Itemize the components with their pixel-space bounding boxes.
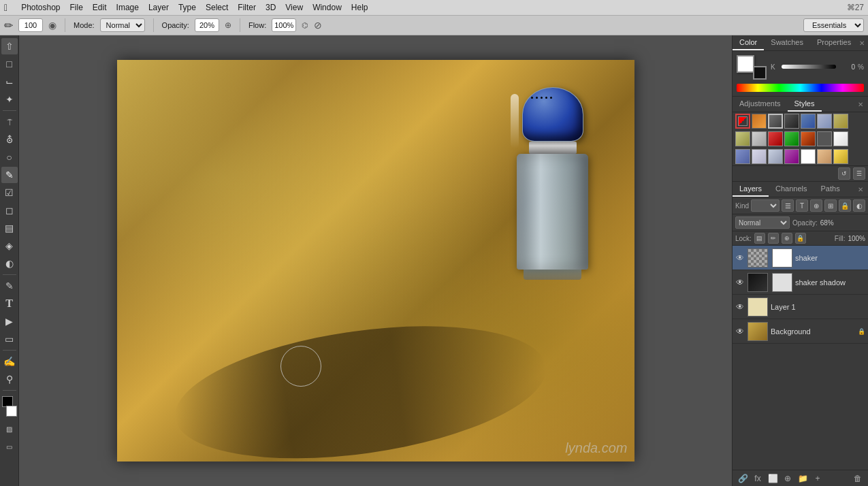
eye-shaker-shadow[interactable]: 👁	[735, 278, 745, 287]
flow-input[interactable]	[272, 18, 296, 32]
menu-image[interactable]: Image	[116, 3, 139, 12]
layers-panel-close[interactable]: ✕	[856, 184, 865, 194]
blend-mode-select[interactable]: Normal	[735, 216, 790, 229]
menu-filter[interactable]: Filter	[238, 3, 256, 12]
style-white[interactable]	[833, 131, 848, 146]
type-tool[interactable]: T	[1, 295, 18, 312]
clone-tool[interactable]: ☑	[1, 184, 18, 201]
filter-pixel-btn[interactable]: ☰	[782, 199, 794, 212]
style-steel[interactable]	[768, 149, 783, 164]
eye-background[interactable]: 👁	[735, 327, 745, 336]
hand-tool[interactable]: ✍	[1, 353, 18, 370]
tab-properties[interactable]: Properties	[810, 35, 858, 50]
style-silver[interactable]	[817, 114, 832, 129]
new-layer-btn[interactable]: +	[811, 472, 824, 485]
style-blue[interactable]	[801, 114, 816, 129]
dodge-tool[interactable]: ◐	[1, 255, 18, 272]
eyedropper-tool[interactable]: ⛢	[1, 131, 18, 148]
layer-item-layer1[interactable]: 👁 Layer 1	[733, 295, 868, 319]
k-slider[interactable]	[782, 65, 836, 69]
menu-help[interactable]: Help	[351, 3, 368, 12]
add-style-btn[interactable]: fx	[752, 472, 764, 485]
zoom-tool[interactable]: ⚲	[1, 371, 18, 387]
layer-item-shaker[interactable]: 👁 shaker	[733, 246, 868, 270]
filter-adj-btn[interactable]: T	[796, 199, 808, 212]
menu-photoshop[interactable]: Photoshop	[21, 3, 60, 12]
add-mask-btn[interactable]: ⬜	[767, 472, 779, 485]
color-swatches-toolbar[interactable]	[1, 396, 18, 417]
brush-tool[interactable]: ✎	[1, 167, 18, 183]
gradient-tool[interactable]: ▤	[1, 220, 18, 236]
fg-bg-boxes[interactable]	[737, 55, 767, 80]
style-light-blue[interactable]	[752, 149, 767, 164]
style-yellow2[interactable]	[833, 149, 848, 164]
style-metal1[interactable]	[752, 114, 767, 129]
menu-file[interactable]: File	[70, 3, 83, 12]
filter-smart-btn[interactable]: ⊞	[824, 199, 837, 212]
layer-item-background[interactable]: 👁 Background 🔒	[733, 319, 868, 344]
new-fill-adj-btn[interactable]: ⊕	[782, 472, 794, 485]
style-neutral[interactable]	[817, 131, 832, 146]
delete-layer-btn[interactable]: 🗑	[852, 472, 864, 485]
crop-tool[interactable]: ⍑	[1, 114, 18, 130]
mode-select[interactable]: Normal	[100, 18, 145, 32]
quick-mask-btn[interactable]: ▨	[1, 421, 18, 437]
style-lavender[interactable]	[735, 149, 750, 164]
filter-toggle-btn[interactable]: ◐	[853, 199, 865, 212]
filter-type-btn[interactable]: ⊕	[810, 199, 822, 212]
path-select-tool[interactable]: ▶	[1, 313, 18, 329]
workspace-select[interactable]: Essentials	[803, 18, 864, 32]
style-dark[interactable]	[784, 114, 799, 129]
style-gold[interactable]	[833, 114, 848, 129]
new-group-btn[interactable]: 📁	[797, 472, 809, 485]
tab-channels[interactable]: Channels	[769, 182, 814, 197]
style-red[interactable]	[768, 131, 783, 146]
tab-styles[interactable]: Styles	[788, 97, 822, 112]
menu-layer[interactable]: Layer	[148, 3, 169, 12]
apple-menu[interactable]: 	[4, 2, 7, 13]
lock-position-btn[interactable]: ⊕	[782, 233, 792, 244]
layer-filter-select[interactable]	[751, 199, 779, 212]
style-gray[interactable]	[752, 131, 767, 146]
style-purple[interactable]	[784, 149, 799, 164]
style-orange[interactable]	[801, 131, 816, 146]
menu-type[interactable]: Type	[178, 3, 196, 12]
style-white2[interactable]	[801, 149, 816, 164]
lock-transparent-btn[interactable]: ▤	[754, 233, 765, 244]
tab-paths[interactable]: Paths	[814, 182, 847, 197]
brush-size-input[interactable]	[18, 18, 43, 32]
styles-menu-btn[interactable]: ☰	[853, 167, 865, 180]
color-spectrum-bar[interactable]	[737, 84, 864, 92]
eraser-tool[interactable]: ◻	[1, 202, 18, 218]
magic-wand-tool[interactable]: ✦	[1, 91, 18, 108]
marquee-tool[interactable]: □	[1, 56, 18, 72]
eye-layer1[interactable]: 👁	[735, 302, 745, 312]
tab-swatches[interactable]: Swatches	[764, 35, 810, 50]
filter-color-btn[interactable]: 🔒	[839, 199, 851, 212]
bg-color-box[interactable]	[753, 66, 767, 80]
lock-all-btn[interactable]: 🔒	[795, 233, 806, 244]
blur-tool[interactable]: ◈	[1, 238, 18, 254]
background-color[interactable]	[6, 406, 17, 417]
style-tan[interactable]	[817, 149, 832, 164]
styles-refresh-btn[interactable]: ↺	[838, 167, 850, 180]
layer-item-shaker-shadow[interactable]: 👁 shaker shadow	[733, 270, 868, 295]
tab-adjustments[interactable]: Adjustments	[733, 97, 788, 112]
style-yellow[interactable]	[735, 131, 750, 146]
opacity-input[interactable]	[195, 18, 219, 32]
tab-layers[interactable]: Layers	[733, 182, 769, 197]
lock-pixels-btn[interactable]: ✏	[768, 233, 779, 244]
shape-tool[interactable]: ▭	[1, 331, 18, 347]
menu-edit[interactable]: Edit	[93, 3, 107, 12]
healing-tool[interactable]: ○	[1, 149, 18, 165]
screen-mode-btn[interactable]: ▭	[1, 438, 18, 455]
style-green[interactable]	[784, 131, 799, 146]
style-none[interactable]	[735, 114, 750, 129]
lasso-tool[interactable]: ⌙	[1, 74, 18, 90]
airbrush-icon[interactable]: ⊘	[314, 20, 322, 31]
menu-view[interactable]: View	[285, 3, 303, 12]
menu-3d[interactable]: 3D	[266, 3, 276, 12]
link-layers-btn[interactable]: 🔗	[737, 472, 749, 485]
eye-shaker[interactable]: 👁	[735, 253, 745, 263]
styles-panel-close[interactable]: ✕	[856, 99, 865, 109]
